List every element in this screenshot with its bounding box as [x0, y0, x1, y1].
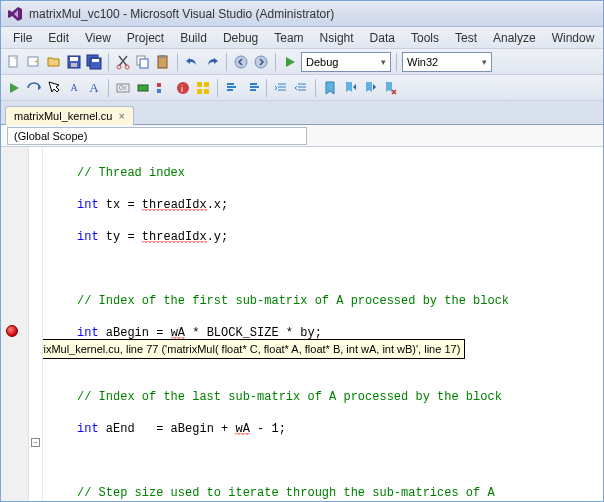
memory-icon[interactable] [135, 80, 151, 96]
svg-point-17 [255, 56, 267, 68]
toolbar-secondary: A A 0x i [1, 75, 603, 101]
platform-value: Win32 [407, 56, 438, 68]
new-file-icon[interactable] [6, 54, 22, 70]
svg-rect-24 [157, 83, 161, 87]
svg-rect-5 [70, 57, 78, 61]
scope-value: (Global Scope) [14, 130, 87, 142]
chevron-down-icon: ▾ [381, 57, 386, 67]
svg-rect-25 [157, 89, 161, 93]
svg-rect-13 [140, 59, 148, 68]
svg-marker-18 [286, 57, 295, 67]
small-a-icon[interactable]: A [66, 80, 82, 96]
outlining-margin [29, 147, 43, 501]
uncomment-icon[interactable] [244, 80, 260, 96]
breakpoint-icon[interactable] [6, 325, 18, 337]
pointer-icon[interactable] [46, 80, 62, 96]
code-editor[interactable]: − // Thread index int tx = threadIdx.x; … [1, 147, 603, 501]
unindent-icon[interactable] [293, 80, 309, 96]
config-value: Debug [306, 56, 338, 68]
paste-icon[interactable] [155, 54, 171, 70]
toolbar-main: + Debug ▾ Win32 ▾ [1, 49, 603, 75]
menu-analyze[interactable]: Analyze [485, 29, 544, 47]
scope-dropdown[interactable]: (Global Scope) [7, 127, 307, 145]
svg-rect-9 [92, 59, 99, 62]
bookmark-next-icon[interactable] [362, 80, 378, 96]
breakpoint-tooltip: At matrixMul_kernel.cu, line 77 ('matrix… [43, 339, 465, 359]
collapse-icon[interactable]: − [31, 438, 40, 447]
cuda-start-icon[interactable] [6, 80, 22, 96]
menu-build[interactable]: Build [172, 29, 215, 47]
svg-rect-6 [71, 63, 77, 67]
menu-project[interactable]: Project [119, 29, 172, 47]
undo-icon[interactable] [184, 54, 200, 70]
hex-icon[interactable]: 0x [115, 80, 131, 96]
close-tab-icon[interactable]: × [118, 110, 124, 122]
svg-rect-30 [197, 89, 202, 94]
code-comment: // Index of the last sub-matrix of A pro… [77, 390, 502, 404]
scope-bar: (Global Scope) [1, 125, 603, 147]
titlebar: matrixMul_vc100 - Microsoft Visual Studi… [1, 1, 603, 27]
bookmark-prev-icon[interactable] [342, 80, 358, 96]
platform-dropdown[interactable]: Win32 ▾ [402, 52, 492, 72]
menu-file[interactable]: File [5, 29, 40, 47]
svg-rect-29 [204, 82, 209, 87]
svg-marker-32 [353, 84, 356, 90]
vs-logo-icon [7, 6, 23, 22]
menubar: File Edit View Project Build Debug Team … [1, 27, 603, 49]
menu-edit[interactable]: Edit [40, 29, 77, 47]
bookmark-clear-icon[interactable] [382, 80, 398, 96]
menu-nsight[interactable]: Nsight [312, 29, 362, 47]
tab-label: matrixMul_kernel.cu [14, 110, 112, 122]
menu-test[interactable]: Test [447, 29, 485, 47]
svg-rect-28 [197, 82, 202, 87]
svg-text:0x: 0x [119, 84, 127, 91]
menu-debug[interactable]: Debug [215, 29, 266, 47]
svg-point-26 [177, 82, 189, 94]
svg-rect-15 [160, 55, 165, 58]
code-comment: // Thread index [77, 166, 185, 180]
window-title: matrixMul_vc100 - Microsoft Visual Studi… [29, 7, 334, 21]
comment-icon[interactable] [224, 80, 240, 96]
config-dropdown[interactable]: Debug ▾ [301, 52, 391, 72]
copy-icon[interactable] [135, 54, 151, 70]
bookmark-icon[interactable] [322, 80, 338, 96]
open-icon[interactable] [46, 54, 62, 70]
document-tabs: matrixMul_kernel.cu × [1, 101, 603, 125]
svg-point-16 [235, 56, 247, 68]
large-a-icon[interactable]: A [86, 80, 102, 96]
svg-rect-31 [204, 89, 209, 94]
nav-back-icon[interactable] [233, 54, 249, 70]
step-over-icon[interactable] [26, 80, 42, 96]
start-debug-icon[interactable] [282, 54, 298, 70]
svg-marker-33 [373, 84, 376, 90]
save-icon[interactable] [66, 54, 82, 70]
cut-icon[interactable] [115, 54, 131, 70]
nav-forward-icon[interactable] [253, 54, 269, 70]
add-item-icon[interactable]: + [26, 54, 42, 70]
menu-team[interactable]: Team [266, 29, 311, 47]
tab-matrixmul-kernel[interactable]: matrixMul_kernel.cu × [5, 106, 134, 125]
indent-icon[interactable] [273, 80, 289, 96]
redo-icon[interactable] [204, 54, 220, 70]
breakpoint-gutter[interactable]: − [1, 147, 29, 501]
menu-view[interactable]: View [77, 29, 119, 47]
code-comment: // Step size used to iterate through the… [77, 486, 495, 500]
menu-tools[interactable]: Tools [403, 29, 447, 47]
info-icon[interactable]: i [175, 80, 191, 96]
save-all-icon[interactable] [86, 54, 102, 70]
code-comment: // Index of the first sub-matrix of A pr… [77, 294, 509, 308]
svg-text:+: + [34, 57, 39, 66]
menu-data[interactable]: Data [362, 29, 403, 47]
svg-rect-0 [9, 56, 17, 67]
menu-window[interactable]: Window [544, 29, 603, 47]
svg-rect-23 [138, 85, 148, 91]
warp-icon[interactable] [155, 80, 171, 96]
svg-marker-19 [10, 83, 19, 93]
code-area[interactable]: // Thread index int tx = threadIdx.x; in… [43, 147, 603, 501]
grid-icon[interactable] [195, 80, 211, 96]
svg-text:i: i [181, 84, 183, 94]
chevron-down-icon: ▾ [482, 57, 487, 67]
